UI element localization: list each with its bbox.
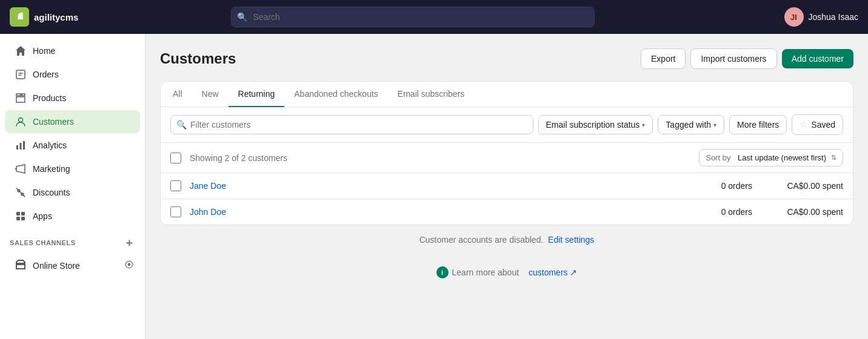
user-name: Joshua Isaac [809, 12, 859, 22]
filter-search-icon: 🔍 [176, 120, 187, 130]
sidebar-item-customers[interactable]: Customers [5, 110, 140, 133]
tab-all[interactable]: All [163, 82, 192, 107]
customer-count: Showing 2 of 2 customers [190, 153, 699, 163]
edit-settings-link[interactable]: Edit settings [548, 235, 594, 245]
sidebar-item-apps[interactable]: Apps [5, 205, 140, 228]
svg-rect-5 [23, 141, 25, 150]
filter-search-container: 🔍 [170, 115, 533, 134]
topbar: agilitycms 🔍 JI Joshua Isaac [0, 0, 868, 34]
customer-name-john-doe: John Doe [190, 207, 679, 217]
tagged-with-filter-label: Tagged with [666, 120, 711, 130]
saved-button[interactable]: ☆ Saved [792, 114, 843, 135]
tagged-with-chevron-icon: ▾ [713, 122, 716, 128]
filter-customers-input[interactable] [170, 115, 533, 134]
learn-more-section: i Learn more about customers ↗ [160, 254, 853, 291]
tab-returning[interactable]: Returning [229, 82, 285, 107]
online-store-view-button[interactable] [118, 254, 140, 277]
main-content: Customers Export Import customers Add cu… [145, 34, 868, 339]
sidebar-item-orders[interactable]: Orders [5, 63, 140, 86]
sidebar-item-label: Home [33, 46, 55, 56]
select-all-checkbox[interactable] [170, 153, 181, 163]
svg-point-2 [19, 118, 23, 122]
sidebar-item-label: Orders [33, 70, 59, 79]
sidebar-item-discounts[interactable]: Discounts [5, 181, 140, 204]
tab-email-subscribers[interactable]: Email subscribers [388, 82, 474, 107]
email-status-filter-button[interactable]: Email subscription status ▾ [538, 115, 653, 134]
sort-prefix: Sort by [706, 153, 730, 162]
more-filters-label: More filters [737, 120, 779, 130]
sidebar-item-label: Apps [33, 211, 52, 221]
filter-bar: 🔍 Email subscription status ▾ Tagged wit… [161, 107, 853, 143]
page-title: Customers [160, 50, 236, 67]
search-icon: 🔍 [237, 12, 247, 22]
shopify-logo-icon [10, 7, 29, 27]
sidebar-item-label: Analytics [33, 140, 67, 150]
customer-orders-john-doe: 0 orders [679, 207, 752, 217]
customer-orders-jane-doe: 0 orders [679, 181, 752, 191]
info-icon: i [436, 266, 449, 278]
page-header: Customers Export Import customers Add cu… [160, 48, 853, 69]
sales-channels-section: SALES CHANNELS ＋ [0, 228, 145, 252]
customers-icon [15, 116, 27, 128]
svg-rect-3 [16, 145, 18, 150]
marketing-icon [15, 163, 27, 175]
online-store-icon [15, 258, 27, 272]
products-icon [15, 92, 27, 104]
email-status-chevron-icon: ▾ [642, 122, 645, 128]
search-input[interactable] [231, 7, 595, 27]
svg-rect-1 [16, 70, 25, 79]
import-customers-button[interactable]: Import customers [690, 48, 776, 69]
add-customer-button[interactable]: Add customer [782, 49, 853, 68]
sidebar-item-label: Customers [33, 117, 74, 127]
export-button[interactable]: Export [641, 48, 686, 69]
header-actions: Export Import customers Add customer [641, 48, 853, 69]
orders-icon [15, 68, 27, 81]
sidebar-item-analytics[interactable]: Analytics [5, 134, 140, 157]
table-row[interactable]: John Doe 0 orders CA$0.00 spent [161, 199, 853, 225]
analytics-icon [15, 139, 27, 151]
svg-rect-8 [16, 217, 20, 220]
avatar: JI [784, 7, 804, 27]
sidebar: Home Orders Products Customers Analytics [0, 34, 145, 339]
discounts-icon [15, 186, 27, 199]
search-container: 🔍 [231, 7, 595, 27]
sidebar-item-home[interactable]: Home [5, 39, 140, 62]
apps-icon [15, 210, 27, 222]
svg-rect-4 [20, 143, 22, 150]
user-menu[interactable]: JI Joshua Isaac [784, 7, 859, 27]
email-status-filter-label: Email subscription status [546, 120, 640, 130]
sidebar-item-label: Discounts [33, 188, 70, 197]
svg-point-10 [128, 263, 131, 266]
row-checkbox-john-doe[interactable] [170, 206, 181, 217]
sort-select[interactable]: Sort by Last update (newest first) ⇅ [699, 149, 843, 166]
table-row[interactable]: Jane Doe 0 orders CA$0.00 spent [161, 173, 853, 199]
sort-value: Last update (newest first) [738, 153, 826, 162]
layout: Home Orders Products Customers Analytics [0, 34, 868, 339]
home-icon [15, 45, 27, 57]
learn-more-text: Learn more about [452, 268, 519, 277]
sales-channels-label: SALES CHANNELS [10, 239, 76, 246]
tab-abandoned-checkouts[interactable]: Abandoned checkouts [284, 82, 388, 107]
add-sales-channel-button[interactable]: ＋ [124, 235, 135, 250]
saved-label: Saved [811, 120, 835, 130]
tab-new[interactable]: New [192, 82, 229, 107]
sidebar-item-marketing[interactable]: Marketing [5, 157, 140, 180]
disabled-notice: Customer accounts are disabled. Edit set… [160, 225, 853, 254]
store-name: agilitycms [34, 12, 78, 22]
customer-spent-john-doe: CA$0.00 spent [752, 207, 843, 217]
online-store-link[interactable]: Online Store [5, 253, 118, 278]
tagged-with-filter-button[interactable]: Tagged with ▾ [658, 115, 724, 134]
row-checkbox-jane-doe[interactable] [170, 180, 181, 191]
svg-rect-7 [21, 212, 25, 216]
sidebar-item-online-store: Online Store [5, 253, 140, 278]
tabs-container: All New Returning Abandoned checkouts Em… [161, 82, 853, 107]
more-filters-button[interactable]: More filters [729, 115, 787, 134]
customers-link[interactable]: customers ↗ [529, 268, 577, 277]
sidebar-item-products[interactable]: Products [5, 87, 140, 110]
customer-spent-jane-doe: CA$0.00 spent [752, 181, 843, 191]
sort-chevron-icon: ⇅ [831, 154, 836, 162]
customers-card: All New Returning Abandoned checkouts Em… [160, 81, 853, 225]
star-icon: ☆ [800, 119, 807, 130]
store-logo[interactable]: agilitycms [10, 7, 131, 27]
sidebar-item-label: Products [33, 93, 66, 103]
